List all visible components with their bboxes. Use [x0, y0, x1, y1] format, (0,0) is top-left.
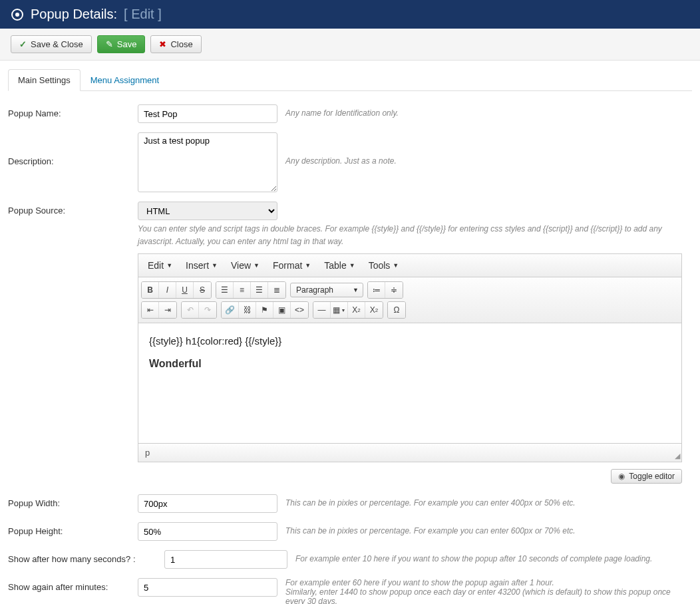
editor-toolbar: B I U S ☰ ≡ ☰ ≣ Paragraph [138, 277, 681, 323]
popup-name-help: Any name for Identification only. [285, 104, 692, 118]
bullet-list-button[interactable]: ≔ [368, 282, 385, 298]
underline-button[interactable]: U [176, 282, 194, 298]
number-list-button[interactable]: ≑ [385, 282, 403, 298]
popup-height-input[interactable] [138, 522, 277, 541]
page-header: Popup Details: [ Edit ] [0, 0, 700, 29]
eye-icon: ◉ [618, 472, 625, 481]
close-icon: ✖ [159, 39, 166, 49]
paragraph-select[interactable]: Paragraph ▼ [290, 283, 363, 297]
form-content: Popup Name: Any name for Identification … [0, 91, 700, 604]
action-toolbar: ✓ Save & Close ✎ Save ✖ Close [0, 29, 700, 61]
popup-width-help: This can be in pixles or percentage. For… [285, 494, 692, 508]
strikethrough-button[interactable]: S [194, 282, 211, 298]
special-char-button[interactable]: Ω [388, 302, 405, 318]
editor-statusbar: p ◢ [138, 443, 681, 462]
save-label: Save [117, 39, 137, 49]
editor-content[interactable]: {{style}} h1{color:red} {{/style}} Wonde… [138, 323, 681, 443]
tabs: Main Settings Menu Assignment [8, 69, 692, 91]
close-label: Close [170, 39, 192, 49]
popup-name-input[interactable] [138, 104, 277, 123]
menu-view[interactable]: View▼ [226, 257, 265, 274]
chevron-down-icon: ▼ [254, 262, 260, 269]
link-button[interactable]: 🔗 [222, 302, 239, 318]
menu-insert[interactable]: Insert▼ [180, 257, 223, 274]
resize-handle-icon[interactable]: ◢ [675, 452, 680, 460]
chevron-down-icon: ▼ [353, 287, 359, 293]
bold-button[interactable]: B [142, 282, 159, 298]
indent-button[interactable]: ⇥ [159, 302, 176, 318]
popup-width-label: Popup Width: [8, 494, 138, 508]
menu-edit[interactable]: Edit▼ [142, 257, 178, 274]
redo-button[interactable]: ↷ [199, 302, 216, 318]
tab-menu-assignment[interactable]: Menu Assignment [81, 69, 169, 91]
popup-name-label: Popup Name: [8, 104, 138, 118]
save-close-label: Save & Close [31, 39, 83, 49]
chevron-down-icon: ▼ [166, 262, 172, 269]
show-again-help1: For example enter 60 here if you want to… [285, 578, 692, 587]
show-again-input[interactable] [138, 578, 277, 597]
save-close-button[interactable]: ✓ Save & Close [11, 35, 92, 53]
popup-source-help: You can enter style and script tags in d… [138, 223, 692, 248]
description-label: Description: [8, 132, 138, 166]
show-after-input[interactable] [164, 550, 287, 569]
toggle-editor-label: Toggle editor [629, 472, 675, 481]
align-right-button[interactable]: ☰ [251, 282, 268, 298]
target-icon [11, 8, 24, 21]
show-again-help2: Similarly, enter 1440 to show popup once… [285, 587, 692, 604]
editor-menubar: Edit▼ Insert▼ View▼ Format▼ Table▼ Tools… [138, 254, 681, 277]
menu-table[interactable]: Table▼ [319, 257, 360, 274]
description-help: Any description. Just as a note. [285, 132, 692, 166]
outdent-button[interactable]: ⇤ [142, 302, 159, 318]
popup-width-input[interactable] [138, 494, 277, 513]
italic-button[interactable]: I [159, 282, 176, 298]
chevron-down-icon: ▼ [349, 262, 355, 269]
chevron-down-icon: ▼ [212, 262, 218, 269]
show-after-help: For example enter 10 here if you want to… [295, 550, 692, 563]
page-title: Popup Details: [31, 7, 117, 22]
editor-line-2: Wonderful [149, 356, 671, 372]
align-justify-button[interactable]: ≣ [268, 282, 285, 298]
popup-source-label: Popup Source: [8, 202, 138, 216]
editor-path[interactable]: p [145, 448, 150, 458]
popup-height-help: This can be in pixles or percentage. For… [285, 522, 692, 535]
unlink-button[interactable]: ⛓ [239, 302, 256, 318]
popup-source-select[interactable]: HTML [138, 202, 277, 220]
align-center-button[interactable]: ≡ [234, 282, 251, 298]
svg-point-1 [15, 13, 19, 17]
chevron-down-icon: ▼ [305, 262, 311, 269]
check-icon: ✓ [19, 39, 27, 49]
table-button[interactable]: ▦▼ [331, 302, 348, 318]
tab-main-settings[interactable]: Main Settings [8, 69, 81, 91]
superscript-button[interactable]: X2 [365, 302, 383, 318]
anchor-button[interactable]: ⚑ [256, 302, 273, 318]
close-button[interactable]: ✖ Close [150, 35, 201, 53]
chevron-down-icon: ▼ [393, 262, 399, 269]
popup-height-label: Popup Height: [8, 522, 138, 536]
menu-format[interactable]: Format▼ [267, 257, 316, 274]
editor-line-1: {{style}} h1{color:red} {{/style}} [149, 334, 671, 349]
description-textarea[interactable]: Just a test popup [138, 132, 277, 192]
toggle-editor-button[interactable]: ◉ Toggle editor [611, 469, 682, 484]
menu-tools[interactable]: Tools▼ [363, 257, 405, 274]
code-button[interactable]: <> [291, 302, 308, 318]
hr-button[interactable]: — [313, 302, 331, 318]
show-after-label: Show after how many seconds? : [8, 550, 141, 564]
show-again-label: Show again after minutes: [8, 578, 138, 592]
save-button[interactable]: ✎ Save [97, 35, 146, 53]
page-title-edit: [ Edit ] [124, 7, 162, 22]
align-left-button[interactable]: ☰ [216, 282, 234, 298]
subscript-button[interactable]: X2 [348, 302, 365, 318]
image-button[interactable]: ▣ [273, 302, 291, 318]
undo-button[interactable]: ↶ [182, 302, 199, 318]
pencil-icon: ✎ [106, 39, 113, 49]
html-editor: Edit▼ Insert▼ View▼ Format▼ Table▼ Tools… [138, 253, 682, 462]
